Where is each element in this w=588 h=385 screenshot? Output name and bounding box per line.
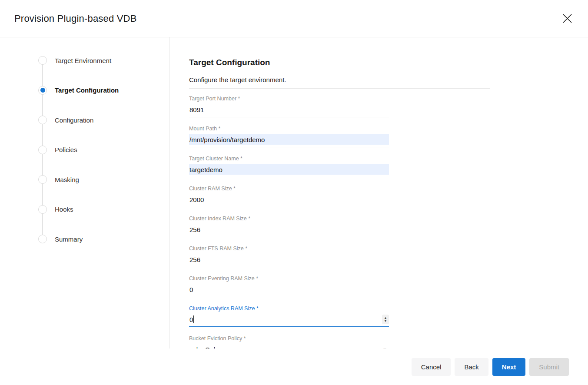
field-cluster-eventing-ram-size: Cluster Eventing RAM Size *0 [189, 275, 389, 297]
field-value: 256 [189, 256, 200, 263]
cluster-analytics-ram-size-input[interactable]: 0▲▼ [189, 314, 389, 325]
stepper-step-configuration[interactable]: Configuration [0, 105, 169, 135]
step-active-dot [40, 118, 45, 123]
dialog-title: Provision Plugin-based VDB [14, 13, 137, 24]
stepper-step-hooks[interactable]: Hooks [0, 195, 169, 225]
stepper-step-summary[interactable]: Summary [0, 224, 169, 254]
field-cluster-analytics-ram-size: Cluster Analytics RAM Size *0▲▼ [189, 305, 389, 327]
field-value-wrap: 0 [189, 315, 194, 323]
field-underline [189, 297, 389, 297]
step-active-dot [40, 207, 45, 212]
field-value: /mnt/provision/targetdemo [189, 136, 265, 143]
field-value: 256 [189, 226, 200, 233]
field-target-port-number: Target Port Number *8091 [189, 96, 389, 117]
step-indicator [38, 205, 47, 214]
step-active-dot [40, 237, 45, 242]
next-button[interactable]: Next [492, 358, 526, 376]
bucket-eviction-policy-input[interactable]: valueOnly▼ [189, 344, 389, 348]
stepper-step-target-configuration[interactable]: Target Configuration [0, 76, 169, 106]
target-port-number-input[interactable]: 8091 [189, 104, 389, 115]
cluster-eventing-ram-size-input[interactable]: 0 [189, 284, 389, 295]
field-value: 2000 [189, 196, 204, 203]
cluster-fts-ram-size-input[interactable]: 256 [189, 254, 389, 265]
submit-button: Submit [529, 358, 569, 376]
field-label: Mount Path * [189, 126, 389, 132]
field-value-wrap: 2000 [189, 196, 204, 203]
field-value-wrap: /mnt/provision/targetdemo [189, 136, 265, 143]
number-stepper[interactable]: ▲▼ [382, 315, 389, 324]
form-fields: Target Port Number *8091Mount Path */mnt… [189, 96, 389, 348]
dialog-footer: CancelBackNextSubmit [0, 348, 588, 385]
section-divider [189, 88, 490, 89]
step-active-dot [40, 58, 45, 63]
close-button[interactable] [561, 12, 574, 25]
stepper-down-icon[interactable]: ▼ [384, 319, 387, 322]
wizard-sidebar: Target EnvironmentTarget ConfigurationCo… [0, 37, 169, 348]
step-label: Summary [55, 236, 83, 243]
field-value-wrap: 256 [189, 226, 200, 233]
field-label: Cluster Eventing RAM Size * [189, 275, 389, 282]
field-value-wrap: targetdemo [189, 166, 223, 173]
provision-vdb-dialog: Provision Plugin-based VDB Target Enviro… [0, 0, 588, 385]
step-active-dot [40, 88, 45, 93]
stepper-step-policies[interactable]: Policies [0, 135, 169, 165]
field-underline [189, 177, 389, 177]
step-indicator [38, 116, 47, 124]
dialog-body: Target EnvironmentTarget ConfigurationCo… [0, 37, 588, 348]
field-label: Bucket Eviction Policy * [189, 335, 389, 342]
field-label: Target Port Number * [189, 96, 389, 102]
step-label: Configuration [55, 116, 93, 124]
field-underline [189, 237, 389, 237]
field-label: Cluster Analytics RAM Size * [189, 305, 389, 312]
field-value: 8091 [189, 106, 204, 113]
field-underline [189, 117, 389, 117]
step-active-dot [40, 147, 45, 152]
step-indicator [38, 56, 47, 65]
cluster-index-ram-size-input[interactable]: 256 [189, 224, 389, 235]
field-value-wrap: 8091 [189, 106, 204, 113]
field-mount-path: Mount Path */mnt/provision/targetdemo [189, 126, 389, 147]
field-cluster-fts-ram-size: Cluster FTS RAM Size *256 [189, 246, 389, 267]
step-indicator [38, 146, 47, 154]
field-value: 0 [189, 316, 193, 323]
step-label: Target Environment [55, 57, 111, 64]
stepper-step-target-environment[interactable]: Target Environment [0, 46, 169, 76]
field-label: Cluster RAM Size * [189, 186, 389, 192]
field-underline [189, 326, 389, 327]
step-indicator [38, 175, 47, 184]
step-label: Hooks [55, 206, 73, 213]
step-label: Policies [55, 146, 77, 153]
step-active-dot [40, 177, 45, 182]
field-value-wrap: 256 [189, 256, 200, 263]
stepper: Target EnvironmentTarget ConfigurationCo… [0, 37, 169, 254]
stepper-step-masking[interactable]: Masking [0, 165, 169, 195]
field-label: Target Cluster Name * [189, 156, 389, 162]
cancel-button[interactable]: Cancel [412, 358, 451, 376]
field-underline [189, 147, 389, 147]
step-indicator [38, 235, 47, 243]
cluster-ram-size-input[interactable]: 2000 [189, 194, 389, 205]
page-title: Target Configuration [189, 58, 490, 67]
field-value-wrap: 0 [189, 286, 193, 293]
step-label: Masking [55, 176, 79, 183]
field-underline [189, 267, 389, 267]
step-content: Target Configuration Configure the targe… [169, 37, 588, 348]
back-button[interactable]: Back [455, 358, 488, 376]
step-label: Target Configuration [55, 86, 119, 94]
mount-path-input[interactable]: /mnt/provision/targetdemo [189, 134, 389, 145]
field-value: targetdemo [189, 166, 223, 173]
step-indicator [38, 86, 47, 95]
field-cluster-ram-size: Cluster RAM Size *2000 [189, 186, 389, 207]
page-subtitle: Configure the target environment. [189, 76, 490, 84]
field-target-cluster-name: Target Cluster Name *targetdemo [189, 156, 389, 177]
field-label: Cluster FTS RAM Size * [189, 246, 389, 252]
dialog-header: Provision Plugin-based VDB [0, 0, 588, 37]
field-cluster-index-ram-size: Cluster Index RAM Size *256 [189, 216, 389, 237]
field-underline [189, 207, 389, 207]
field-value: 0 [189, 286, 193, 293]
target-cluster-name-input[interactable]: targetdemo [189, 164, 389, 175]
text-cursor [193, 315, 194, 323]
close-icon [562, 13, 573, 24]
field-label: Cluster Index RAM Size * [189, 216, 389, 222]
field-bucket-eviction-policy: Bucket Eviction Policy *valueOnly▼The me… [189, 335, 389, 348]
